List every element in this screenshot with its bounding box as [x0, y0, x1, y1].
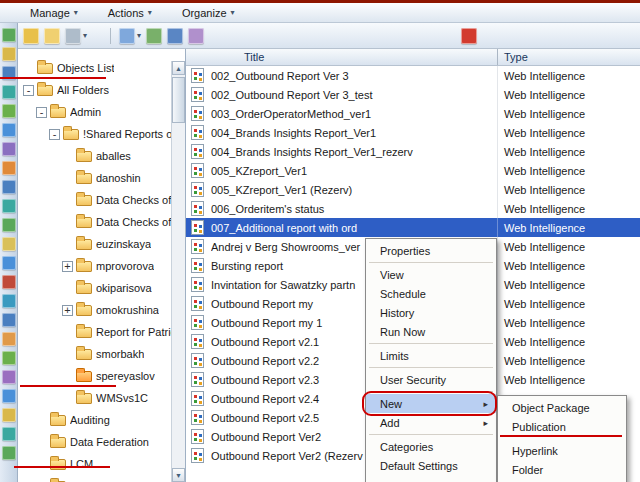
table-row[interactable]: 005_KZreport_Ver1 (Rezerv) Web Intellige…	[186, 180, 640, 199]
rail-icon-11[interactable]	[2, 218, 16, 232]
scroll-down-icon[interactable]: ▼	[172, 468, 185, 482]
tree-item[interactable]: LCM	[18, 453, 171, 475]
tree-item[interactable]: All Folders	[18, 79, 171, 101]
submenu-item[interactable]: Folder	[498, 460, 626, 479]
tree-item[interactable]: spereyaslov	[18, 365, 171, 387]
menu-bar: Manage ▾ Actions ▾ Organize ▾	[0, 3, 640, 23]
expand-toggle-icon[interactable]	[36, 107, 47, 118]
print-icon[interactable]: ▾	[65, 28, 87, 44]
context-menu-item[interactable]: Default Settings ▸	[366, 456, 496, 475]
submenu-item[interactable]: Object Package	[498, 398, 626, 417]
rail-icon-9[interactable]	[2, 180, 16, 194]
rail-icon-7[interactable]	[2, 142, 16, 156]
context-menu-item[interactable]: Limits ▸	[366, 346, 496, 365]
rail-icon-5[interactable]	[2, 104, 16, 118]
menu-item[interactable]: Manage ▾	[26, 5, 82, 21]
tree-scrollbar[interactable]: ▲ ▼	[171, 61, 185, 482]
rail-icon-14[interactable]	[2, 275, 16, 289]
column-header-type[interactable]: Type	[497, 49, 640, 65]
rail-icon-8[interactable]	[2, 161, 16, 175]
submenu-item[interactable]: Hyperlink	[498, 441, 626, 460]
tree-item[interactable]: !Shared Reports of B3	[18, 123, 171, 145]
table-row[interactable]: 004_Brands Insights Report_Ver1_rezerv W…	[186, 142, 640, 161]
table-row[interactable]: 003_OrderOperatorMethod_ver1 Web Intelli…	[186, 104, 640, 123]
tree-item[interactable]: Monitoring Report Sav	[18, 475, 171, 482]
rail-icon-4[interactable]	[2, 85, 16, 99]
rail-icon-23[interactable]	[2, 446, 16, 460]
scroll-up-icon[interactable]: ▲	[172, 61, 185, 75]
tree-item[interactable]: WMSvs1C	[18, 387, 171, 409]
column-header-title[interactable]: Title	[186, 49, 497, 65]
table-row[interactable]: 006_Orderitem's status Web Intelligence	[186, 199, 640, 218]
rail-icon-16[interactable]	[2, 313, 16, 327]
table-row[interactable]: 002_Outbound Report Ver 3_test Web Intel…	[186, 85, 640, 104]
menu-item[interactable]: Organize ▾	[178, 5, 239, 21]
context-menu-item[interactable]: View ▸	[366, 265, 496, 284]
rail-icon-18[interactable]	[2, 351, 16, 365]
rail-icon-6[interactable]	[2, 123, 16, 137]
submenu-item-label: Publication	[512, 421, 566, 433]
table-row[interactable]: 007_Additional report with ord Web Intel…	[186, 218, 640, 237]
tree-item[interactable]: Data Checks of S	[18, 211, 171, 233]
table-row[interactable]: 005_KZreport_Ver1 Web Intelligence	[186, 161, 640, 180]
context-menu-item[interactable]: New ▸	[366, 394, 496, 413]
folder-icon	[76, 393, 92, 404]
submenu-item[interactable]: Publication	[498, 417, 626, 436]
expand-toggle-icon[interactable]	[23, 85, 34, 96]
tree-item[interactable]: Admin	[18, 101, 171, 123]
view-icon[interactable]: ▾	[167, 28, 183, 44]
tree-item[interactable]: Objects List	[18, 57, 171, 79]
menu-item[interactable]: Actions ▾	[104, 5, 156, 21]
expand-toggle-icon[interactable]	[62, 261, 73, 272]
table-row[interactable]: 004_Brands Insights Report_Ver1 Web Inte…	[186, 123, 640, 142]
schedule-icon[interactable]: ▾	[146, 28, 162, 44]
rail-icon-10[interactable]	[2, 199, 16, 213]
rail-icon-12[interactable]	[2, 237, 16, 251]
send-icon[interactable]: ▾	[110, 28, 141, 44]
tree-item[interactable]: euzinskaya	[18, 233, 171, 255]
rail-icon-19[interactable]	[2, 370, 16, 384]
rail-icon-22[interactable]	[2, 427, 16, 441]
delete-icon[interactable]: ▾	[461, 28, 477, 44]
context-menu-item[interactable]: Categories ▸	[366, 437, 496, 456]
context-menu-item[interactable]: History ▸	[366, 303, 496, 322]
context-menu-item[interactable]: Add ▸	[366, 413, 496, 432]
folder-icon	[76, 239, 92, 250]
rail-icon-1[interactable]	[2, 28, 16, 42]
submenu-item-label: Object Package	[512, 402, 590, 414]
rail-icon-3[interactable]	[2, 66, 16, 80]
new-folder-icon[interactable]: ▾	[44, 28, 60, 44]
tree-item[interactable]: Report for Patrick	[18, 321, 171, 343]
cell-type: Web Intelligence	[497, 332, 640, 351]
tree-item[interactable]: mprovorova	[18, 255, 171, 277]
cell-type: Web Intelligence	[497, 123, 640, 142]
tree-item[interactable]: Auditing	[18, 409, 171, 431]
context-menu-item[interactable]: User Security ▸	[366, 370, 496, 389]
rail-icon-2[interactable]	[2, 47, 16, 61]
rail-icon-13[interactable]	[2, 256, 16, 270]
rail-icon-15[interactable]	[2, 294, 16, 308]
folder-icon	[37, 85, 53, 96]
tree-item[interactable]: Data Federation	[18, 431, 171, 453]
expand-toggle-icon[interactable]	[49, 129, 60, 140]
rail-icon-20[interactable]	[2, 389, 16, 403]
tree-item[interactable]: omokrushina	[18, 299, 171, 321]
context-menu-item[interactable]: Run Now ▸	[366, 322, 496, 341]
tree-item[interactable]: danoshin	[18, 167, 171, 189]
context-menu-item[interactable]: Properties ▸	[366, 241, 496, 260]
tree-item[interactable]: aballes	[18, 145, 171, 167]
tree-item[interactable]: smorbakh	[18, 343, 171, 365]
tree-item[interactable]: okiparisova	[18, 277, 171, 299]
tree-item-label: Report for Patrick	[96, 326, 171, 338]
scrollbar-thumb[interactable]	[172, 77, 185, 123]
table-row[interactable]: 002_Outbound Report Ver 3 Web Intelligen…	[186, 66, 640, 85]
tree-item[interactable]: Data Checks of D	[18, 189, 171, 211]
new-object-icon[interactable]: ▾	[23, 28, 39, 44]
rail-icon-17[interactable]	[2, 332, 16, 346]
rail-icon-21[interactable]	[2, 408, 16, 422]
expand-toggle-icon[interactable]	[62, 305, 73, 316]
context-menu-item[interactable]: Schedule ▸	[366, 284, 496, 303]
cell-title: 005_KZreport_Ver1	[211, 165, 497, 177]
refresh-icon[interactable]: ▾	[188, 28, 204, 44]
webi-document-icon	[191, 448, 204, 463]
